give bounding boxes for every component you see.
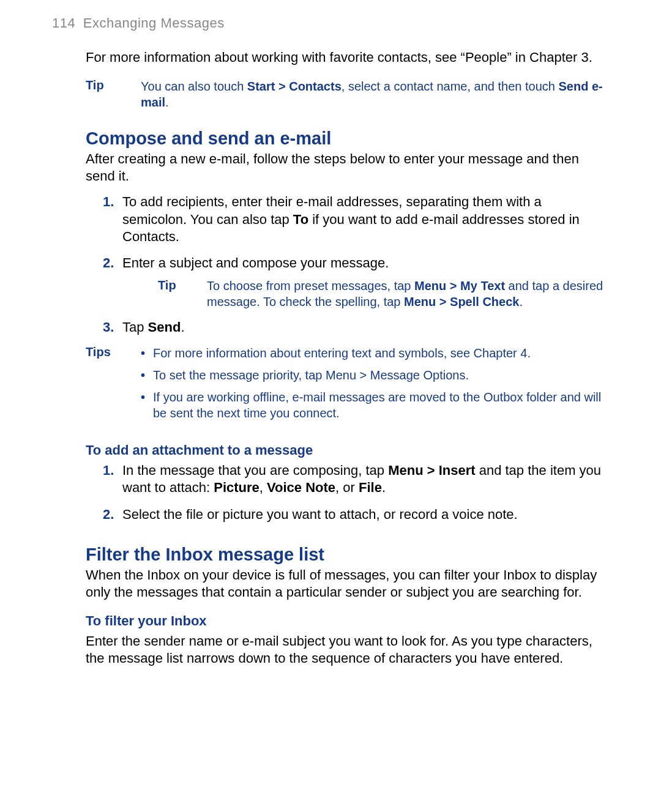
tip-item: For more information about entering text… bbox=[141, 345, 609, 361]
tips-bullets: For more information about entering text… bbox=[141, 345, 609, 427]
document-page: 114 Exchanging Messages For more informa… bbox=[0, 0, 661, 716]
tip-label: Tip bbox=[158, 278, 207, 294]
intro-paragraph: For more information about working with … bbox=[86, 49, 609, 66]
compose-step-3: Tap Send. bbox=[122, 319, 609, 336]
compose-step-2: Enter a subject and compose your message… bbox=[122, 255, 609, 310]
section-title: Exchanging Messages bbox=[83, 15, 225, 31]
filter-intro: When the Inbox on your device is full of… bbox=[86, 567, 609, 601]
tips-block: Tips For more information about entering… bbox=[86, 345, 609, 427]
compose-intro: After creating a new e-mail, follow the … bbox=[86, 151, 609, 185]
tip-body: To choose from preset messages, tap Menu… bbox=[207, 278, 609, 310]
nested-tip: Tip To choose from preset messages, tap … bbox=[158, 278, 609, 310]
tip-label: Tip bbox=[86, 78, 141, 92]
compose-step-1: To add recipients, enter their e-mail ad… bbox=[122, 193, 609, 245]
subheading-filter: To filter your Inbox bbox=[86, 613, 609, 629]
filter-body: Enter the sender name or e-mail subject … bbox=[86, 633, 609, 667]
attach-step-1: In the message that you are composing, t… bbox=[122, 462, 609, 496]
heading-compose: Compose and send an e-mail bbox=[86, 129, 609, 149]
tip-body: You can also touch Start > Contacts, sel… bbox=[141, 78, 609, 110]
attach-steps: In the message that you are composing, t… bbox=[86, 462, 609, 523]
heading-filter: Filter the Inbox message list bbox=[86, 545, 609, 565]
page-number: 114 bbox=[52, 15, 75, 31]
tip-item: To set the message priority, tap Menu > … bbox=[141, 367, 609, 383]
tip-callout: Tip You can also touch Start > Contacts,… bbox=[86, 78, 609, 110]
page-content: For more information about working with … bbox=[86, 49, 609, 667]
compose-steps: To add recipients, enter their e-mail ad… bbox=[86, 193, 609, 336]
attach-step-2: Select the file or picture you want to a… bbox=[122, 506, 609, 523]
page-header: 114 Exchanging Messages bbox=[52, 15, 609, 31]
subheading-attach: To add an attachment to a message bbox=[86, 442, 609, 458]
tips-label: Tips bbox=[86, 345, 141, 359]
tip-item: If you are working offline, e-mail messa… bbox=[141, 389, 609, 421]
